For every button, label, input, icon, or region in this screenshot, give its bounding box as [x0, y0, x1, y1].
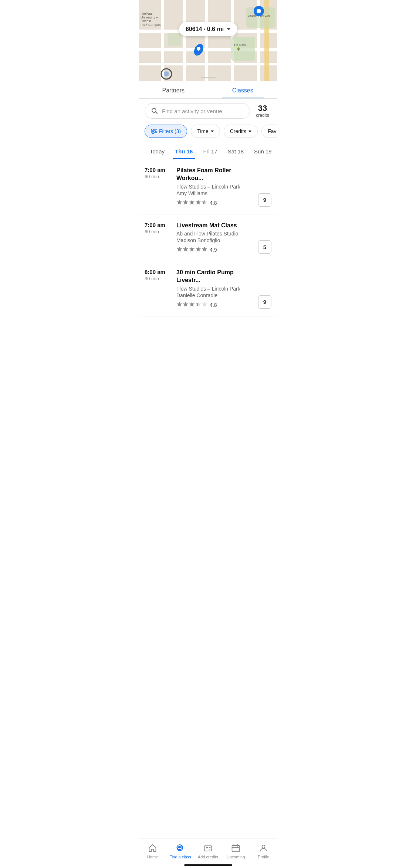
credits-count: 33: [258, 104, 267, 113]
date-today[interactable]: Today: [145, 144, 170, 159]
credits-label: credits: [256, 113, 269, 118]
class-credits: 9: [258, 295, 271, 309]
star-icon: [195, 246, 201, 254]
class-list: 7:00 am 60 min Pilates Foam Roller Worko…: [139, 159, 277, 316]
time-label: Time: [197, 128, 209, 134]
rating-value: 4.9: [210, 247, 217, 253]
date-thu16[interactable]: Thu 16: [170, 144, 198, 159]
rating-value: 4.8: [210, 200, 217, 206]
svg-marker-45: [202, 247, 207, 252]
filter-sliders-icon: [151, 129, 157, 134]
drag-handle[interactable]: [201, 77, 216, 78]
class-duration: 60 min: [145, 229, 170, 234]
table-row[interactable]: 7:00 am 60 min Livestream Mat Class Ab a…: [139, 214, 277, 262]
credits-filter-label: Credits: [230, 128, 246, 134]
class-info: 30 min Cardio Pump Livestr... Flow Studi…: [176, 269, 252, 309]
svg-marker-44: [196, 247, 201, 252]
class-studio: Ab and Flow Pilates Studio: [176, 231, 252, 237]
svg-point-33: [152, 132, 154, 134]
table-row[interactable]: 8:00 am 30 min 30 min Cardio Pump Livest…: [139, 261, 277, 316]
class-start-time: 7:00 am: [145, 167, 170, 173]
filter-btn-filters[interactable]: Filters (3): [145, 125, 187, 138]
class-duration: 60 min: [145, 174, 170, 179]
star-icon: [176, 246, 182, 254]
chevron-down-icon: [227, 28, 230, 30]
class-instructor: Amy Williams: [176, 190, 252, 196]
class-duration: 30 min: [145, 276, 170, 281]
table-row[interactable]: 7:00 am 60 min Pilates Foam Roller Worko…: [139, 159, 277, 214]
tab-classes[interactable]: Classes: [208, 81, 278, 98]
favorites-label: Fav: [268, 128, 276, 134]
filter-btn-favorites[interactable]: Fav: [261, 125, 277, 138]
star-icon: [183, 301, 189, 309]
class-time: 7:00 am 60 min: [145, 222, 170, 254]
svg-marker-42: [183, 247, 188, 252]
svg-marker-47: [183, 302, 188, 307]
star-rating: [176, 301, 207, 309]
class-rating-row: 4.8: [176, 301, 252, 309]
star-rating: [176, 246, 207, 254]
svg-text:DePaul: DePaul: [142, 12, 153, 16]
tab-switcher: Partners Classes: [139, 81, 277, 99]
class-credits: 9: [258, 193, 271, 207]
svg-point-22: [197, 47, 200, 51]
svg-text:Park Campus: Park Campus: [141, 23, 161, 27]
star-icon: [195, 301, 201, 309]
filter-label: Filters (3): [159, 128, 181, 134]
star-icon: [202, 246, 207, 254]
class-time: 8:00 am 30 min: [145, 269, 170, 309]
tab-partners[interactable]: Partners: [139, 81, 208, 98]
svg-marker-52: [202, 302, 207, 307]
svg-marker-43: [189, 247, 195, 252]
class-instructor: Danielle Conradie: [176, 292, 252, 298]
class-start-time: 7:00 am: [145, 222, 170, 228]
filter-btn-credits[interactable]: Credits: [224, 125, 258, 138]
svg-text:🌳: 🌳: [237, 47, 240, 51]
star-icon: [176, 301, 182, 309]
svg-marker-41: [177, 247, 182, 252]
svg-point-24: [164, 71, 169, 77]
class-name: Livestream Mat Class: [176, 222, 252, 230]
date-sat18[interactable]: Sat 18: [223, 144, 249, 159]
svg-text:Lincoln: Lincoln: [141, 19, 151, 23]
star-icon: [189, 199, 195, 207]
location-chip[interactable]: 60614 · 0.6 mi: [179, 22, 237, 36]
class-studio: Flow Studios – Lincoln Park: [176, 286, 252, 292]
class-start-time: 8:00 am: [145, 269, 170, 275]
class-name: 30 min Cardio Pump Livestr...: [176, 269, 252, 284]
chevron-down-icon: [211, 130, 214, 132]
date-more[interactable]: More: [277, 144, 277, 159]
svg-marker-35: [183, 200, 188, 205]
class-studio: Flow Studios – Lincoln Park: [176, 184, 252, 190]
svg-marker-46: [177, 302, 182, 307]
date-fri17[interactable]: Fri 17: [198, 144, 222, 159]
filter-btn-time[interactable]: Time: [191, 125, 220, 138]
svg-text:University –: University –: [141, 16, 158, 19]
star-icon: [183, 199, 189, 207]
svg-rect-10: [231, 37, 255, 61]
star-icon: [176, 199, 182, 207]
class-instructor: Madison Bonofiglio: [176, 237, 252, 243]
svg-marker-48: [189, 302, 195, 307]
svg-marker-37: [196, 200, 201, 205]
svg-marker-36: [189, 200, 195, 205]
chevron-down-icon: [248, 130, 251, 132]
search-placeholder: Find an activity or venue: [162, 108, 222, 114]
map: DePaul University – Lincoln Park Campus …: [139, 0, 277, 81]
svg-rect-11: [168, 33, 181, 46]
date-sun19[interactable]: Sun 19: [249, 144, 277, 159]
class-info: Pilates Foam Roller Workou... Flow Studi…: [176, 167, 252, 207]
svg-point-31: [152, 129, 153, 131]
star-icon: [189, 301, 195, 309]
date-row: Today Thu 16 Fri 17 Sat 18 Sun 19 More: [139, 142, 277, 159]
filter-row: Filters (3) Time Credits Fav: [139, 123, 277, 142]
class-name: Pilates Foam Roller Workou...: [176, 167, 252, 182]
class-info: Livestream Mat Class Ab and Flow Pilates…: [176, 222, 252, 254]
star-half-icon: [202, 199, 207, 207]
star-icon: [189, 246, 195, 254]
star-rating: [176, 199, 207, 207]
star-icon: [183, 246, 189, 254]
class-rating-row: 4.9: [176, 246, 252, 254]
search-bar[interactable]: Find an activity or venue: [145, 103, 250, 119]
svg-rect-6: [205, 0, 208, 81]
